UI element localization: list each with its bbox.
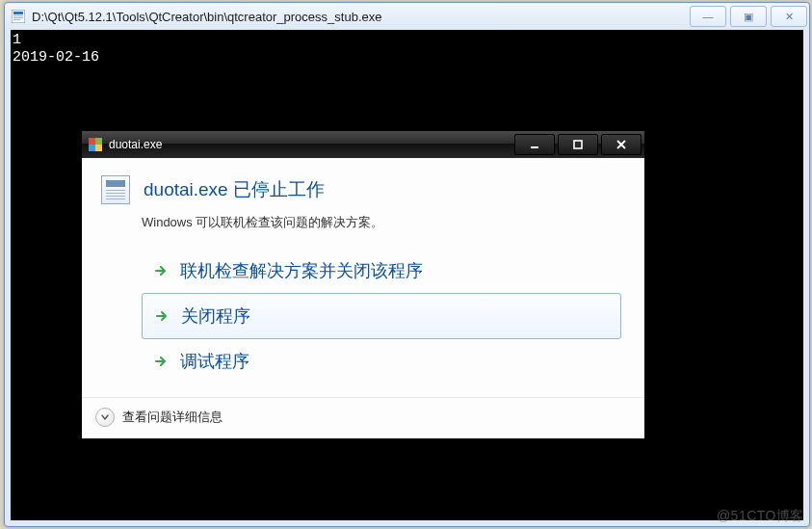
- crash-dialog-maximize-button[interactable]: [558, 134, 598, 155]
- crash-option-debug-program[interactable]: 调试程序: [142, 339, 621, 384]
- crash-subtext: Windows 可以联机检查该问题的解决方案。: [142, 214, 621, 231]
- crash-dialog-content: duotai.exe 已停止工作 Windows 可以联机检查该问题的解决方案。…: [82, 158, 644, 398]
- console-title-text: D:\Qt\Qt5.12.1\Tools\QtCreator\bin\qtcre…: [32, 10, 690, 24]
- console-app-icon: [11, 9, 26, 24]
- svg-rect-9: [531, 146, 538, 148]
- watermark-text: @51CTO博客: [717, 508, 804, 525]
- crash-heading: duotai.exe 已停止工作: [144, 177, 325, 202]
- chevron-down-icon[interactable]: [95, 408, 115, 427]
- console-window-buttons: — ▣ ✕: [690, 6, 807, 27]
- svg-rect-7: [89, 145, 95, 151]
- crash-option-label: 调试程序: [180, 350, 249, 373]
- crash-dialog-close-button[interactable]: [601, 134, 642, 155]
- crash-dialog-app-icon: [88, 137, 103, 152]
- arrow-right-icon: [154, 308, 170, 324]
- arrow-right-icon: [153, 263, 169, 278]
- svg-rect-3: [13, 17, 23, 18]
- svg-rect-10: [574, 141, 582, 148]
- crash-dialog-window-buttons: [514, 134, 644, 155]
- crash-option-close-program[interactable]: 关闭程序: [142, 293, 621, 339]
- console-line-1: 1: [13, 32, 21, 48]
- crash-option-label: 联机检查解决方案并关闭该程序: [180, 259, 423, 282]
- console-titlebar[interactable]: D:\Qt\Qt5.12.1\Tools\QtCreator\bin\qtcre…: [5, 3, 809, 30]
- crash-dialog: duotai.exe duotai.exe 已停止工作: [81, 130, 645, 439]
- svg-rect-1: [13, 12, 23, 14]
- svg-rect-6: [95, 138, 102, 145]
- console-maximize-button[interactable]: ▣: [730, 6, 767, 27]
- arrow-right-icon: [153, 354, 169, 369]
- console-line-2: 2019-02-16: [13, 49, 99, 66]
- console-window: D:\Qt\Qt5.12.1\Tools\QtCreator\bin\qtcre…: [4, 2, 810, 527]
- crash-details-toggle[interactable]: 查看问题详细信息: [122, 409, 223, 426]
- crash-heading-row: duotai.exe 已停止工作: [101, 175, 621, 204]
- svg-rect-8: [95, 145, 102, 151]
- console-minimize-button[interactable]: —: [690, 6, 726, 27]
- crash-option-label: 关闭程序: [181, 304, 250, 328]
- console-output: 1 2019-02-16: [13, 32, 99, 66]
- svg-rect-2: [13, 15, 23, 16]
- console-close-button[interactable]: ✕: [771, 6, 807, 27]
- crash-dialog-footer: 查看问题详细信息: [82, 398, 644, 438]
- crash-option-check-online[interactable]: 联机检查解决方案并关闭该程序: [142, 249, 621, 293]
- crash-dialog-titlebar[interactable]: duotai.exe: [82, 131, 644, 158]
- crash-options: 联机检查解决方案并关闭该程序 关闭程序 调试程序: [142, 249, 621, 384]
- program-icon: [101, 175, 130, 204]
- crash-dialog-title: duotai.exe: [109, 138, 514, 151]
- crash-dialog-minimize-button[interactable]: [514, 134, 555, 155]
- svg-rect-4: [13, 19, 20, 20]
- svg-rect-5: [89, 138, 95, 145]
- console-client-area: 1 2019-02-16 duotai.exe: [11, 30, 803, 520]
